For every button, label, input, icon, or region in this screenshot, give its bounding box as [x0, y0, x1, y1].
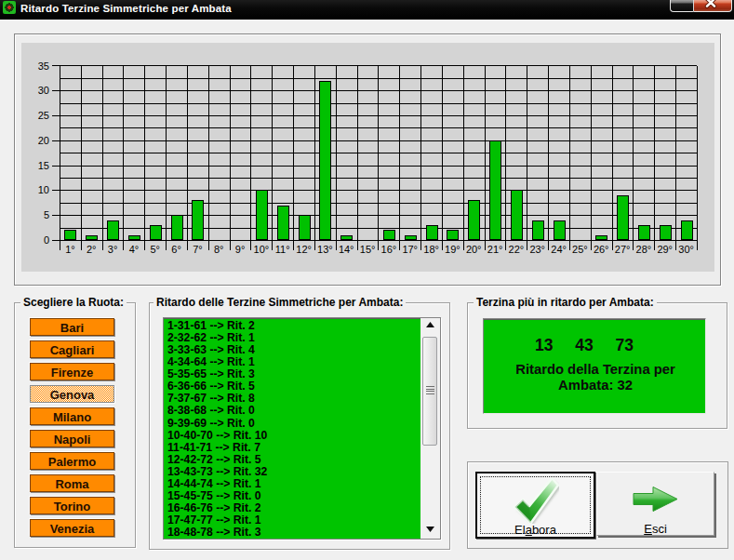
svg-text:11°: 11° [275, 244, 290, 255]
svg-text:1°: 1° [65, 244, 75, 255]
svg-text:9°: 9° [235, 244, 246, 255]
svg-text:5°: 5° [150, 244, 160, 255]
svg-text:5: 5 [44, 209, 49, 220]
svg-text:28°: 28° [636, 244, 652, 255]
svg-text:25°: 25° [572, 244, 588, 255]
svg-text:6°: 6° [171, 244, 181, 255]
svg-text:18°: 18° [423, 244, 439, 255]
svg-text:15: 15 [38, 160, 49, 171]
svg-text:29°: 29° [657, 244, 673, 255]
svg-text:14°: 14° [339, 244, 354, 255]
svg-text:35: 35 [38, 60, 49, 72]
svg-text:13°: 13° [317, 244, 333, 255]
svg-text:24°: 24° [551, 244, 567, 255]
svg-text:0: 0 [44, 234, 49, 246]
svg-text:10°: 10° [254, 244, 270, 255]
svg-text:4°: 4° [129, 244, 140, 255]
svg-text:8°: 8° [214, 244, 224, 255]
svg-text:16°: 16° [381, 244, 397, 255]
svg-text:23°: 23° [529, 244, 545, 255]
svg-text:25: 25 [38, 110, 49, 121]
svg-text:15°: 15° [360, 244, 376, 255]
svg-text:17°: 17° [402, 244, 418, 255]
svg-text:19°: 19° [445, 244, 460, 255]
svg-text:20°: 20° [466, 244, 482, 255]
svg-text:20: 20 [38, 135, 49, 146]
svg-text:10: 10 [38, 184, 49, 195]
svg-text:27°: 27° [615, 244, 631, 255]
svg-text:26°: 26° [594, 244, 609, 255]
svg-text:7°: 7° [193, 244, 203, 255]
svg-text:12°: 12° [296, 244, 312, 255]
svg-text:21°: 21° [487, 244, 503, 255]
svg-text:3°: 3° [108, 244, 118, 255]
svg-text:22°: 22° [509, 244, 525, 255]
svg-text:30: 30 [38, 85, 49, 96]
svg-text:30°: 30° [678, 244, 694, 255]
svg-text:2°: 2° [87, 244, 97, 255]
